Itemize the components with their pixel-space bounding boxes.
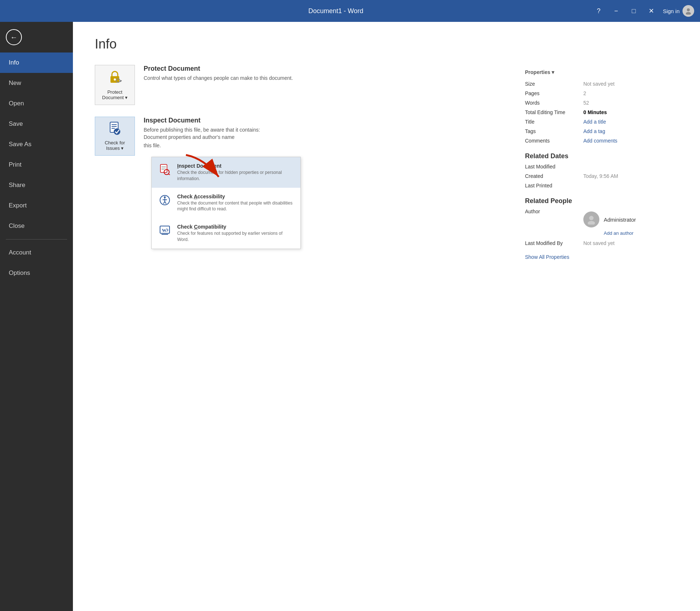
prop-last-modified-by-value: Not saved yet (583, 240, 615, 246)
prop-tags: Tags Add a tag (525, 128, 678, 134)
minimize-button[interactable]: − (610, 5, 622, 17)
signin-area: Sign in (663, 5, 694, 17)
prop-last-modified: Last Modified (525, 164, 678, 170)
sidebar-back: ← (0, 22, 73, 52)
add-author-label[interactable]: Add an author (604, 230, 636, 236)
prop-title-value[interactable]: Add a title (583, 119, 606, 125)
app-body: ← Info New Open Save Save As Print S (0, 22, 700, 611)
author-info: Administrator Add an author (583, 209, 636, 236)
compatibility-item-desc: Check for features not supported by earl… (177, 230, 294, 243)
sidebar-item-options[interactable]: Options (0, 263, 73, 283)
prop-last-modified-label: Last Modified (525, 164, 583, 170)
accessibility-item-text: Check Accessibility Check the document f… (177, 194, 294, 213)
protect-document-description: Control what types of changes people can… (144, 75, 293, 82)
prop-pages-label: Pages (525, 90, 583, 96)
dropdown-item-compatibility[interactable]: W Check Compatibility Check for features… (152, 218, 300, 249)
prop-created-label: Created (525, 173, 583, 179)
properties-title: Properties ▾ (525, 69, 678, 75)
back-icon: ← (10, 33, 18, 42)
show-all-properties-link[interactable]: Show All Properties (525, 254, 569, 260)
svg-rect-13 (160, 164, 167, 172)
inspect-document-heading: Inspect Document (144, 117, 260, 124)
inspect-document-item-label: Inspect Document (177, 163, 294, 169)
related-dates-title: Related Dates (525, 152, 678, 160)
prop-size: Size Not saved yet (525, 81, 678, 87)
sidebar-item-label: Options (9, 269, 30, 277)
sidebar: ← Info New Open Save Save As Print S (0, 22, 73, 611)
protect-document-text: Protect Document Control what types of c… (144, 65, 293, 82)
sidebar-item-save-as[interactable]: Save As (0, 134, 73, 155)
prop-last-printed: Last Printed (525, 183, 678, 188)
svg-point-29 (589, 216, 594, 220)
svg-text:W: W (162, 227, 167, 233)
svg-line-24 (165, 202, 166, 204)
prop-pages: Pages 2 (525, 90, 678, 96)
prop-editing-value: 0 Minutes (583, 109, 607, 115)
help-button[interactable]: ? (593, 5, 604, 17)
sidebar-item-label: Save (9, 120, 23, 128)
sidebar-item-label: Close (9, 222, 24, 230)
prop-editing-time: Total Editing Time 0 Minutes (525, 109, 678, 115)
sidebar-item-export[interactable]: Export (0, 195, 73, 216)
sidebar-item-close[interactable]: Close (0, 216, 73, 236)
author-avatar (583, 211, 599, 227)
prop-comments: Comments Add comments (525, 138, 678, 144)
titlebar-controls: ? − □ ✕ Sign in (593, 5, 694, 17)
accessibility-item-label: Check Accessibility (177, 194, 294, 199)
prop-last-printed-label: Last Printed (525, 183, 583, 188)
prop-comments-label: Comments (525, 138, 583, 144)
svg-point-12 (114, 128, 120, 135)
protect-document-button[interactable]: ProtectDocument ▾ (95, 65, 135, 105)
compatibility-item-label: Check Compatibility (177, 224, 294, 230)
related-people-title: Related People (525, 197, 678, 205)
dropdown-item-accessibility[interactable]: Check Accessibility Check the document f… (152, 188, 300, 218)
prop-size-value: Not saved yet (583, 81, 615, 87)
prop-words: Words 52 (525, 100, 678, 106)
prop-author-row: Author Administrator Add an author (525, 209, 678, 236)
sidebar-item-open[interactable]: Open (0, 93, 73, 114)
prop-title: Title Add a title (525, 119, 678, 125)
inspect-document-item-text: Inspect Document Check the document for … (177, 163, 294, 182)
sidebar-item-info[interactable]: Info (0, 52, 73, 73)
accessibility-item-desc: Check the document for content that peop… (177, 200, 294, 213)
sidebar-item-label: Export (9, 202, 27, 209)
restore-button[interactable]: □ (628, 5, 639, 17)
check-issues-button[interactable]: Check forIssues ▾ (95, 117, 135, 156)
signin-label[interactable]: Sign in (663, 8, 680, 14)
back-button[interactable]: ← (6, 29, 22, 45)
prop-created-value: Today, 9:56 AM (583, 173, 618, 179)
protect-document-label: ProtectDocument ▾ (102, 89, 128, 100)
sidebar-item-share[interactable]: Share (0, 175, 73, 195)
accessibility-icon (158, 194, 171, 207)
svg-line-18 (168, 174, 170, 175)
svg-point-0 (687, 8, 690, 11)
prop-author-label: Author (525, 209, 583, 236)
sidebar-item-label: Account (9, 249, 31, 256)
sidebar-nav: Info New Open Save Save As Print Share E… (0, 52, 73, 611)
sidebar-item-print[interactable]: Print (0, 155, 73, 175)
sidebar-item-account[interactable]: Account (0, 242, 73, 263)
protect-document-heading: Protect Document (144, 65, 293, 73)
inspect-document-item-desc: Check the document for hidden properties… (177, 170, 294, 182)
svg-point-20 (164, 196, 166, 198)
close-button[interactable]: ✕ (645, 5, 657, 17)
dropdown-item-inspect[interactable]: Inspect Document Check the document for … (152, 157, 300, 188)
sidebar-item-label: Share (9, 182, 25, 189)
check-issues-label: Check forIssues ▾ (105, 140, 125, 151)
inspect-document-icon (158, 163, 171, 176)
inspect-document-description: Before publishing this file, be aware th… (144, 127, 260, 141)
prop-words-value: 52 (583, 100, 589, 106)
author-name: Administrator (604, 217, 636, 223)
sidebar-item-label: Info (9, 59, 19, 66)
prop-comments-value[interactable]: Add comments (583, 138, 617, 144)
sidebar-item-save[interactable]: Save (0, 114, 73, 134)
prop-editing-label: Total Editing Time (525, 109, 583, 115)
titlebar: Document1 - Word ? − □ ✕ Sign in (0, 0, 700, 22)
prop-pages-value: 2 (583, 90, 586, 96)
prop-tags-value[interactable]: Add a tag (583, 128, 605, 134)
inspect-document-text: Inspect Document Before publishing this … (144, 117, 260, 149)
sidebar-item-new[interactable]: New (0, 73, 73, 93)
check-issues-dropdown: Inspect Document Check the document for … (151, 157, 301, 249)
inspect-partial-text: this file. (144, 142, 260, 149)
prop-size-label: Size (525, 81, 583, 87)
